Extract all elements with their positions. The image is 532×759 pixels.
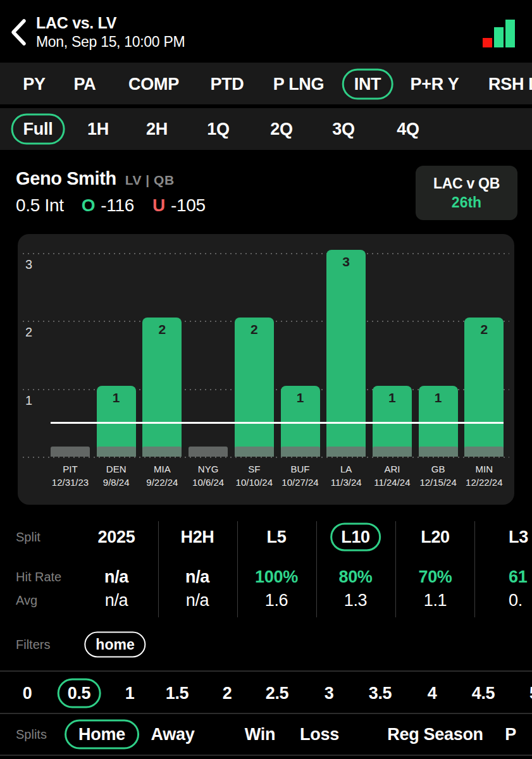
hit-rate-row-label: Hit Rate (16, 570, 61, 584)
x-axis-date-label: 10/6/24 (185, 477, 231, 488)
period-tab-4q[interactable]: 4Q (397, 120, 419, 139)
split-chip-home-selected[interactable]: Home (65, 720, 139, 750)
stat-tab-pa[interactable]: PA (74, 75, 96, 94)
line-option-5[interactable]: 5 (529, 684, 532, 703)
x-axis-team-label: LA (323, 464, 369, 474)
x-axis-team-label: DEN (94, 464, 139, 474)
x-axis-team-label: NYG (185, 464, 231, 474)
badge-matchup: LAC v QB (433, 175, 500, 192)
line-option-4.5[interactable]: 4.5 (472, 684, 495, 703)
over-odds: -116 (101, 195, 134, 215)
line-option-3.5[interactable]: 3.5 (369, 684, 392, 703)
period-tab-full-selected[interactable]: Full (11, 114, 65, 145)
split-chip-away[interactable]: Away (151, 725, 195, 744)
x-axis-date-label: 12/15/24 (416, 477, 461, 488)
stat-tab-plng[interactable]: P LNG (273, 75, 325, 94)
split-col-l20[interactable]: L20 (421, 528, 450, 547)
period-tab-3q[interactable]: 3Q (332, 120, 354, 139)
avg-h2h: n/a (186, 591, 209, 610)
line-option-0[interactable]: 0 (23, 684, 32, 703)
period-tab-2q[interactable]: 2Q (270, 120, 292, 139)
split-col-h2h[interactable]: H2H (180, 528, 214, 547)
table-divider (474, 521, 475, 617)
page-title: LAC vs. LV (36, 14, 116, 32)
bar-value-label: 1 (373, 390, 412, 405)
split-col-2025[interactable]: 2025 (98, 528, 135, 547)
divider (0, 670, 532, 672)
split-row-label: Split (16, 530, 40, 545)
chart-bar[interactable]: 2 (464, 318, 504, 457)
y-axis-tick-label: 1 (25, 393, 32, 408)
splits-label: Splits (16, 727, 47, 742)
line-option-2.5[interactable]: 2.5 (266, 684, 289, 703)
bar-value-label: 1 (97, 390, 136, 405)
bar-value-label: 2 (235, 322, 274, 337)
zero-baseline-stub (326, 447, 366, 457)
x-axis-date-label: 9/8/24 (94, 477, 139, 488)
zero-baseline-stub (464, 447, 504, 457)
zero-baseline-stub (189, 447, 228, 457)
over-indicator: O (82, 195, 95, 215)
line-option-0.5-selected[interactable]: 0.5 (58, 679, 101, 708)
split-col-l5[interactable]: L5 (267, 528, 287, 547)
player-team-position: LV | QB (125, 173, 175, 187)
y-axis-tick-label: 2 (25, 325, 32, 340)
table-divider (395, 521, 396, 617)
stat-tab-rshl[interactable]: RSH L (488, 75, 532, 94)
split-chip-p[interactable]: P (505, 725, 516, 744)
chevron-left-icon (8, 16, 30, 48)
x-axis-team-label: MIN (461, 464, 507, 474)
split-col-l10-selected[interactable]: L10 (330, 523, 381, 552)
table-divider (237, 521, 238, 617)
split-col-l30[interactable]: L3 (509, 528, 528, 547)
line-option-3[interactable]: 3 (325, 684, 334, 703)
badge-rank: 26th (452, 194, 481, 211)
y-axis-tick-label: 3 (25, 257, 32, 272)
split-chip-win[interactable]: Win (245, 725, 275, 744)
prop-odds-row: 0.5 IntO-116U-105 (16, 195, 206, 216)
line-option-4[interactable]: 4 (428, 684, 437, 703)
stat-tab-comp[interactable]: COMP (128, 75, 179, 94)
hit-rate-l5: 100% (255, 567, 298, 587)
x-axis-team-label: PIT (47, 464, 93, 474)
zero-baseline-stub (51, 447, 90, 457)
chart-bar[interactable]: 2 (235, 318, 274, 457)
divider (0, 755, 532, 756)
chart-bar[interactable]: 3 (326, 250, 366, 457)
x-axis-date-label: 10/10/24 (232, 477, 277, 488)
period-tab-2h[interactable]: 2H (146, 120, 168, 139)
defense-vs-position-badge[interactable]: LAC v QB 26th (416, 166, 517, 220)
chart-bar[interactable]: 2 (142, 318, 182, 457)
bar-value-label: 1 (281, 390, 320, 405)
stat-tab-py[interactable]: PY (23, 75, 45, 94)
hit-rate-l30: 61 (509, 567, 527, 587)
filter-chip-home[interactable]: home (84, 632, 145, 658)
player-name-row: Geno SmithLV | QB (16, 168, 175, 189)
split-chip-loss[interactable]: Loss (300, 725, 339, 744)
x-axis-date-label: 11/3/24 (323, 477, 369, 488)
line-option-1[interactable]: 1 (125, 684, 135, 703)
zero-baseline-stub (373, 447, 412, 457)
back-button[interactable] (8, 16, 30, 48)
period-tab-1h[interactable]: 1H (87, 120, 109, 139)
line-option-2[interactable]: 2 (223, 684, 232, 703)
bar-value-label: 3 (326, 254, 366, 269)
stat-tab-ptd[interactable]: PTD (210, 75, 244, 94)
filters-label: Filters (16, 638, 50, 652)
avg-row-label: Avg (16, 593, 37, 608)
table-divider (158, 521, 159, 617)
stat-tab-int-selected[interactable]: INT (342, 69, 393, 100)
under-indicator: U (152, 195, 165, 215)
line-option-1.5[interactable]: 1.5 (166, 684, 189, 703)
stat-tab-pry[interactable]: P+R Y (411, 75, 459, 94)
avg-l10: 1.3 (344, 591, 368, 610)
zero-baseline-stub (97, 447, 136, 457)
bar-chart-icon-green-bar-tall (505, 20, 515, 47)
x-axis-date-label: 9/22/24 (139, 477, 185, 488)
bar-value-label: 2 (464, 322, 504, 337)
x-axis-date-label: 12/31/23 (47, 477, 93, 488)
bar-value-label: 1 (419, 390, 458, 405)
y-gridline (23, 253, 509, 254)
split-chip-regseason[interactable]: Reg Season (387, 725, 483, 744)
period-tab-1q[interactable]: 1Q (207, 120, 229, 139)
